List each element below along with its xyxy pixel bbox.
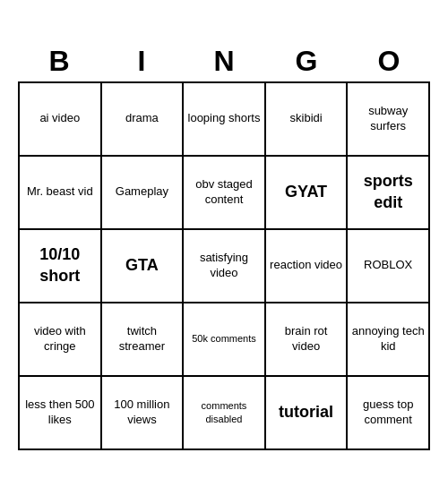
- bingo-cell: subway surfers: [348, 83, 430, 157]
- letter-n: N: [186, 45, 262, 78]
- bingo-cell: twitch streamer: [102, 303, 185, 377]
- bingo-cell: obv staged content: [184, 157, 266, 230]
- letter-b: B: [22, 45, 97, 78]
- letter-g: G: [269, 45, 344, 78]
- bingo-cell: Mr. beast vid: [20, 157, 102, 230]
- bingo-cell: brain rot video: [266, 303, 349, 377]
- bingo-cell: less then 500 likes: [20, 377, 102, 450]
- bingo-cell: looping shorts: [184, 83, 266, 157]
- bingo-title-row: B I N G O: [18, 38, 430, 81]
- bingo-cell: skibidi: [266, 83, 349, 157]
- letter-i: I: [104, 45, 179, 78]
- letter-o: O: [351, 45, 426, 78]
- bingo-cell: sports edit: [348, 157, 430, 230]
- bingo-cell: drama: [102, 83, 185, 157]
- bingo-grid: ai videodramalooping shortsskibidisubway…: [18, 81, 430, 450]
- bingo-cell: satisfying video: [184, 230, 266, 303]
- bingo-cell: comments disabled: [184, 377, 266, 450]
- bingo-cell: guess top comment: [348, 377, 430, 450]
- bingo-cell: Gameplay: [102, 157, 185, 230]
- bingo-cell: ROBLOX: [348, 230, 430, 303]
- bingo-cell: tutorial: [266, 377, 349, 450]
- bingo-cell: 10/10 short: [20, 230, 102, 303]
- bingo-cell: ai video: [20, 83, 102, 157]
- bingo-cell: annoying tech kid: [348, 303, 430, 377]
- bingo-cell: 100 million views: [102, 377, 185, 450]
- bingo-cell: video with cringe: [20, 303, 102, 377]
- bingo-cell: 50k comments: [184, 303, 266, 377]
- bingo-cell: reaction video: [266, 230, 349, 303]
- bingo-card: B I N G O ai videodramalooping shortsski…: [18, 38, 430, 450]
- bingo-cell: GTA: [102, 230, 185, 303]
- bingo-cell: GYAT: [266, 157, 349, 230]
